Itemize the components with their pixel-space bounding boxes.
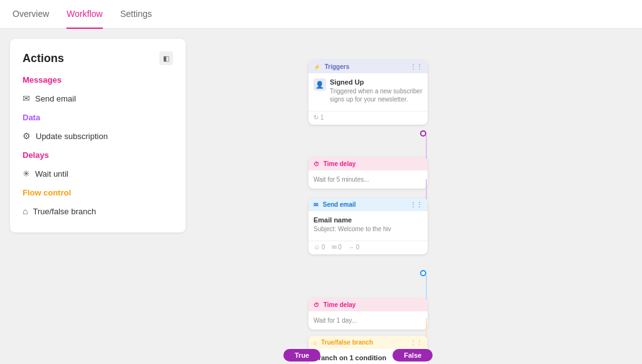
time-delay-2-body: Wait for 1 day... <box>308 311 428 330</box>
section-delays-label: Delays <box>23 150 173 160</box>
true-false-node-header-label: True/false branch <box>321 339 373 346</box>
trigger-footer-count: ↻ 1 <box>313 114 324 121</box>
send-email-footer-3: → 0 <box>348 244 359 251</box>
send-email-node-icon: ✉ <box>313 202 318 208</box>
top-nav: Overview Workflow Settings <box>0 0 642 29</box>
nav-overview[interactable]: Overview <box>13 0 49 29</box>
trigger-body: 👤 Signed Up Triggered when a new subscri… <box>308 73 428 108</box>
false-branch-button[interactable]: False <box>392 349 433 361</box>
trigger-header-label: Triggers <box>325 63 349 70</box>
connector-1 <box>426 135 427 159</box>
true-false-node-header: ⌂ True/false branch ⋮⋮ <box>308 336 428 349</box>
true-false-branch-icon: ⌂ <box>23 206 28 216</box>
time-delay-2-header: ⏱ Time delay <box>308 298 428 311</box>
connector-4 <box>426 318 427 337</box>
update-subscription-icon: ⚙ <box>23 131 31 141</box>
workflow-canvas: ⚡ Triggers ⋮⋮ 👤 Signed Up Triggered when… <box>196 29 642 364</box>
collapse-button[interactable]: ◧ <box>159 51 173 65</box>
time-delay-1-header: ⏱ Time delay <box>308 157 428 170</box>
true-false-header-actions: ⋮⋮ <box>410 339 423 346</box>
nav-settings[interactable]: Settings <box>120 0 152 29</box>
time-delay-1-icon: ⏱ <box>313 161 319 167</box>
trigger-body-icon: 👤 <box>313 78 326 91</box>
wait-until-label: Wait until <box>35 169 68 179</box>
actions-header: Actions ◧ <box>23 51 173 65</box>
send-email-footer-1: ☺ 0 <box>313 244 325 251</box>
action-send-email[interactable]: ✉ Send email <box>23 90 173 107</box>
send-email-footer-2: ✉ 0 <box>332 244 342 251</box>
action-wait-until[interactable]: ✳ Wait until <box>23 165 173 182</box>
connector-2 <box>426 179 427 199</box>
nav-workflow[interactable]: Workflow <box>66 0 102 29</box>
send-email-node-footer: ☺ 0 ✉ 0 → 0 <box>308 241 428 254</box>
send-email-node-subtitle: Subject: Welcome to the hiv <box>313 225 423 233</box>
time-delay-1-node[interactable]: ⏱ Time delay Wait for 5 minutes... <box>308 157 428 189</box>
section-messages-label: Messages <box>23 75 173 85</box>
trigger-node-footer: ↻ 1 <box>308 111 428 125</box>
trigger-node-header: ⚡ Triggers ⋮⋮ <box>308 60 428 73</box>
actions-title: Actions <box>23 52 64 65</box>
time-delay-1-body-text: Wait for 5 minutes... <box>313 175 423 184</box>
send-email-label: Send email <box>35 94 76 103</box>
true-false-node-icon: ⌂ <box>313 340 317 346</box>
send-email-icon: ✉ <box>23 93 30 103</box>
connector-dot-1 <box>420 130 426 137</box>
send-email-node-header: ✉ Send email ⋮⋮ <box>308 198 428 211</box>
action-update-subscription[interactable]: ⚙ Update subscription <box>23 127 173 145</box>
time-delay-1-header-label: Time delay <box>324 160 356 167</box>
branch-buttons: True False <box>283 349 433 361</box>
time-delay-2-icon: ⏱ <box>313 302 319 308</box>
section-flow-control-label: Flow control <box>23 188 173 197</box>
trigger-node[interactable]: ⚡ Triggers ⋮⋮ 👤 Signed Up Triggered when… <box>308 60 428 125</box>
trigger-footer-icon: ↻ <box>313 114 318 121</box>
send-email-node-header-label: Send email <box>323 201 356 208</box>
update-subscription-label: Update subscription <box>36 132 108 141</box>
main-area: Actions ◧ Messages ✉ Send email Data ⚙ U… <box>0 29 642 364</box>
wait-until-icon: ✳ <box>23 169 30 179</box>
connector-3 <box>426 274 427 299</box>
time-delay-2-node[interactable]: ⏱ Time delay Wait for 1 day... <box>308 298 428 330</box>
true-branch-button[interactable]: True <box>283 349 320 361</box>
time-delay-2-body-text: Wait for 1 day... <box>313 316 423 325</box>
send-email-header-actions: ⋮⋮ <box>410 201 423 208</box>
action-true-false-branch[interactable]: ⌂ True/false branch <box>23 202 173 220</box>
time-delay-1-body: Wait for 5 minutes... <box>308 170 428 189</box>
time-delay-2-header-label: Time delay <box>324 301 356 308</box>
true-false-branch-label: True/false branch <box>33 207 96 216</box>
trigger-header-actions: ⋮⋮ <box>410 63 423 70</box>
trigger-icon: ⚡ <box>313 64 320 70</box>
send-email-node[interactable]: ✉ Send email ⋮⋮ Email name Subject: Welc… <box>308 198 428 254</box>
send-email-node-title: Email name <box>313 216 423 224</box>
trigger-node-title: Signed Up <box>330 78 423 86</box>
section-data-label: Data <box>23 113 173 122</box>
trigger-node-subtitle: Triggered when a new subscriber signs up… <box>330 87 423 103</box>
send-email-body: Email name Subject: Welcome to the hiv <box>308 211 428 238</box>
actions-panel: Actions ◧ Messages ✉ Send email Data ⚙ U… <box>10 39 186 232</box>
